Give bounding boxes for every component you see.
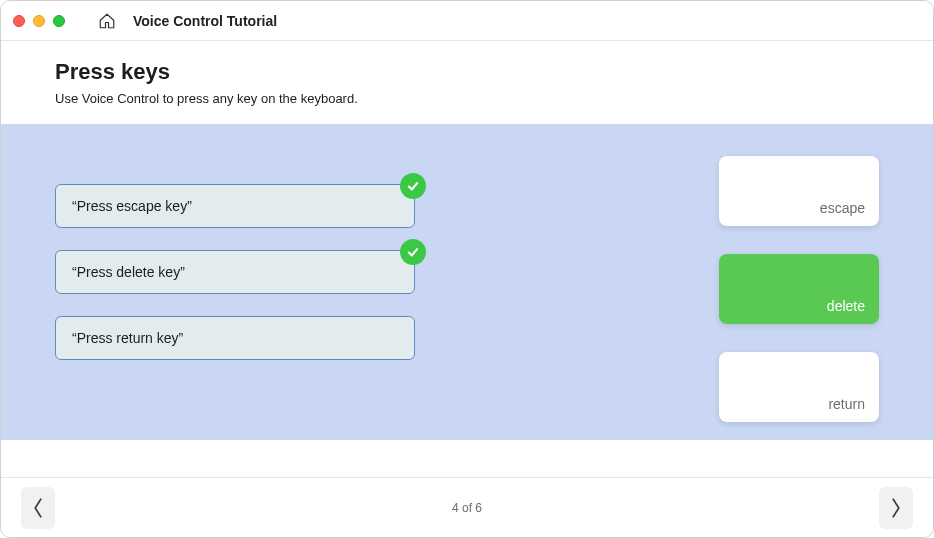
key-tile-escape: escape xyxy=(719,156,879,226)
close-window-button[interactable] xyxy=(13,15,25,27)
home-icon[interactable] xyxy=(97,11,117,31)
titlebar: Voice Control Tutorial xyxy=(1,1,933,41)
check-icon xyxy=(400,239,426,265)
page-heading: Press keys xyxy=(55,59,879,85)
page-header: Press keys Use Voice Control to press an… xyxy=(1,41,933,124)
page-indicator: 4 of 6 xyxy=(452,501,482,515)
voice-command-label: “Press return key” xyxy=(72,330,183,346)
minimize-window-button[interactable] xyxy=(33,15,45,27)
voice-commands-list: “Press escape key” “Press delete key” “P… xyxy=(55,156,415,360)
voice-command-delete: “Press delete key” xyxy=(55,250,415,294)
voice-command-return: “Press return key” xyxy=(55,316,415,360)
window-title: Voice Control Tutorial xyxy=(133,13,277,29)
previous-button[interactable] xyxy=(21,487,55,529)
voice-command-escape: “Press escape key” xyxy=(55,184,415,228)
key-label: delete xyxy=(827,298,865,314)
content-area: “Press escape key” “Press delete key” “P… xyxy=(1,124,933,440)
key-tiles: escape delete return xyxy=(719,156,879,422)
key-tile-delete: delete xyxy=(719,254,879,324)
check-icon xyxy=(400,173,426,199)
voice-command-label: “Press delete key” xyxy=(72,264,185,280)
key-label: escape xyxy=(820,200,865,216)
footer: 4 of 6 xyxy=(1,477,933,537)
next-button[interactable] xyxy=(879,487,913,529)
traffic-lights xyxy=(13,15,65,27)
voice-command-label: “Press escape key” xyxy=(72,198,192,214)
page-subheading: Use Voice Control to press any key on th… xyxy=(55,91,879,106)
fullscreen-window-button[interactable] xyxy=(53,15,65,27)
key-tile-return: return xyxy=(719,352,879,422)
key-label: return xyxy=(828,396,865,412)
